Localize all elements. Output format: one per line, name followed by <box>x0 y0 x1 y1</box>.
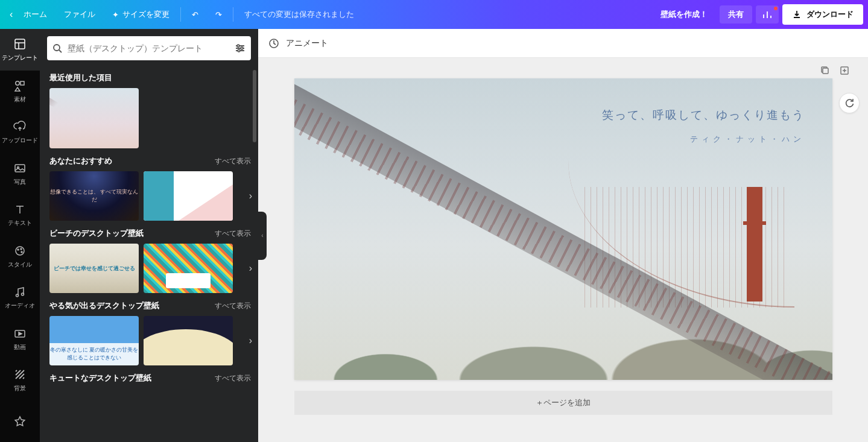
svg-point-14 <box>241 47 243 49</box>
rail-background[interactable]: 背景 <box>0 359 40 401</box>
stage: 笑って、呼吸して、ゆっくり進もう ティク・ナット・ハン ＋ページを追加 <box>258 58 868 442</box>
download-label: ダウンロード <box>806 9 854 20</box>
rail-more[interactable] <box>0 401 40 443</box>
template-thumb[interactable] <box>144 171 233 221</box>
template-thumb[interactable]: ビーチでは幸せを感じて過ごせる <box>49 244 139 293</box>
svg-point-6 <box>17 249 19 250</box>
rail-label: スタイル <box>8 260 32 269</box>
rail-photos[interactable]: 写真 <box>0 153 40 195</box>
notification-dot <box>774 7 778 10</box>
side-rail: テンプレート 素材 アップロード 写真 テキスト スタイル オーディオ 動画 <box>0 29 40 442</box>
search-icon <box>52 43 63 54</box>
search-wrap <box>40 29 258 68</box>
section-cute: キュートなデスクトップ壁紙 すべて表示 <box>42 368 258 391</box>
template-thumb[interactable] <box>144 244 233 293</box>
add-page-icon-button[interactable] <box>839 65 850 76</box>
text-icon <box>13 202 27 216</box>
templates-icon <box>13 37 27 51</box>
svg-rect-17 <box>823 68 828 74</box>
row-next-button[interactable]: › <box>247 188 255 204</box>
undo-button[interactable]: ↶ <box>183 0 207 29</box>
see-all-button[interactable]: すべて表示 <box>215 373 251 384</box>
add-page-button[interactable]: ＋ページを追加 <box>294 391 832 415</box>
svg-point-15 <box>238 49 240 52</box>
create-wallpaper-button[interactable]: 壁紙を作成！ <box>652 5 716 24</box>
section-title: ビーチのデスクトップ壁紙 <box>49 228 144 239</box>
file-menu[interactable]: ファイル <box>55 0 104 29</box>
svg-rect-0 <box>15 39 25 49</box>
filter-icon[interactable] <box>234 42 246 54</box>
see-all-button[interactable]: すべて表示 <box>215 229 251 239</box>
see-all-button[interactable]: すべて表示 <box>215 156 251 166</box>
bridge-photo <box>294 78 832 380</box>
svg-point-9 <box>16 294 19 297</box>
photos-icon <box>13 161 27 175</box>
topbar-left: ‹ ホーム ファイル ✦ サイズを変更 ↶ ↷ すべての変更は保存されました <box>5 0 363 29</box>
chart-icon <box>762 9 773 20</box>
video-icon <box>13 326 27 341</box>
search-box[interactable] <box>47 36 251 60</box>
styles-icon <box>13 244 27 258</box>
back-button[interactable]: ‹ <box>5 0 15 29</box>
context-toolbar: アニメート <box>258 29 868 58</box>
template-thumb[interactable] <box>49 88 139 148</box>
rail-label: 背景 <box>14 384 26 393</box>
animate-button[interactable]: アニメート <box>286 38 328 49</box>
svg-rect-3 <box>15 165 25 172</box>
row-next-button[interactable]: › <box>247 260 255 276</box>
rail-label: オーディオ <box>5 302 35 310</box>
insights-button[interactable] <box>756 5 779 24</box>
background-icon <box>13 367 27 382</box>
section-title: キュートなデスクトップ壁紙 <box>49 373 151 384</box>
save-status: すべての変更は保存されました <box>236 9 363 20</box>
refresh-fab[interactable] <box>839 93 860 113</box>
main: テンプレート 素材 アップロード 写真 テキスト スタイル オーディオ 動画 <box>0 29 868 442</box>
svg-point-1 <box>16 81 19 85</box>
rail-templates[interactable]: テンプレート <box>0 29 40 71</box>
star-icon <box>13 414 27 429</box>
audio-icon <box>13 285 27 299</box>
share-button[interactable]: 共有 <box>720 5 752 24</box>
section-beach: ビーチのデスクトップ壁紙 すべて表示 ビーチでは幸せを感じて過ごせる › <box>42 223 258 295</box>
see-all-button[interactable]: すべて表示 <box>215 301 251 311</box>
undo-icon: ↶ <box>192 10 198 19</box>
resize-menu[interactable]: ✦ サイズを変更 <box>104 0 178 29</box>
rail-elements[interactable]: 素材 <box>0 71 40 112</box>
rail-label: テキスト <box>8 219 32 227</box>
animate-icon <box>268 37 280 49</box>
rail-label: 写真 <box>14 178 26 186</box>
quote-text[interactable]: 笑って、呼吸して、ゆっくり進もう <box>602 107 805 123</box>
redo-button[interactable]: ↷ <box>207 0 230 29</box>
section-motivate: やる気が出るデスクトップ壁紙 すべて表示 冬の寒さなしに 夏の暖かさの甘美を 感… <box>42 295 258 368</box>
separator <box>233 7 233 22</box>
topbar-right: 壁紙を作成！ 共有 ダウンロード <box>652 4 863 25</box>
svg-point-5 <box>16 247 24 255</box>
rail-styles[interactable]: スタイル <box>0 236 40 277</box>
rail-label: テンプレート <box>2 54 38 62</box>
author-text[interactable]: ティク・ナット・ハン <box>690 134 805 145</box>
template-thumb[interactable]: 冬の寒さなしに 夏の暖かさの甘美を 感じることはできない <box>49 316 139 365</box>
rail-audio[interactable]: オーディオ <box>0 277 40 318</box>
row-next-button[interactable]: › <box>247 333 255 349</box>
design-page[interactable]: 笑って、呼吸して、ゆっくり進もう ティク・ナット・ハン <box>294 78 832 380</box>
template-thumb[interactable]: 想像できることは、 すべて現実なんだ <box>49 171 139 221</box>
section-title: やる気が出るデスクトップ壁紙 <box>49 300 159 311</box>
section-recent: 最近使用した項目 <box>42 68 258 151</box>
rail-uploads[interactable]: アップロード <box>0 112 40 153</box>
rail-label: アップロード <box>2 136 38 145</box>
page-tools <box>820 65 850 76</box>
rail-text[interactable]: テキスト <box>0 194 40 236</box>
duplicate-page-button[interactable] <box>820 65 831 76</box>
canvas-area: アニメート 笑って、呼吸して、ゆっくり進もう ティク・ナット・ハン <box>258 29 868 442</box>
svg-point-7 <box>21 248 22 250</box>
separator <box>180 7 181 22</box>
panel-scrollbar[interactable] <box>253 70 256 142</box>
home-button[interactable]: ホーム <box>15 0 55 29</box>
redo-icon: ↷ <box>215 10 222 19</box>
search-input[interactable] <box>68 44 229 53</box>
upload-icon <box>13 119 27 134</box>
template-thumb[interactable] <box>144 316 233 365</box>
top-bar: ‹ ホーム ファイル ✦ サイズを変更 ↶ ↷ すべての変更は保存されました 壁… <box>0 0 868 29</box>
download-button[interactable]: ダウンロード <box>782 4 863 25</box>
rail-video[interactable]: 動画 <box>0 318 40 360</box>
